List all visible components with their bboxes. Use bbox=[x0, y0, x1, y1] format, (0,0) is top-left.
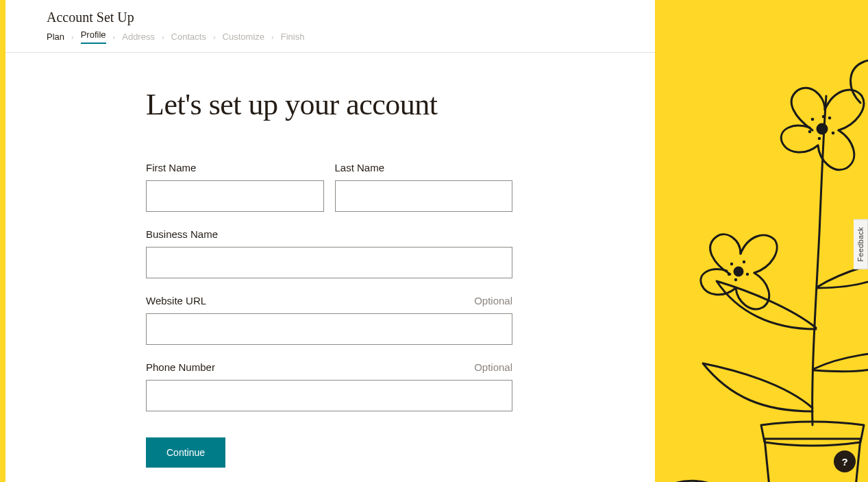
svg-point-12 bbox=[823, 116, 825, 118]
svg-point-11 bbox=[809, 131, 811, 133]
first-name-label: First Name bbox=[146, 162, 196, 173]
phone-number-input[interactable] bbox=[146, 380, 512, 411]
svg-point-5 bbox=[728, 274, 730, 275]
continue-button[interactable]: Continue bbox=[146, 437, 225, 468]
last-name-label: Last Name bbox=[335, 162, 385, 173]
svg-point-9 bbox=[832, 132, 834, 134]
breadcrumb-step-plan[interactable]: Plan bbox=[47, 32, 64, 42]
website-url-input[interactable] bbox=[146, 313, 512, 345]
profile-form: First Name Last Name Business Name bbox=[146, 162, 512, 468]
phone-number-optional: Optional bbox=[474, 361, 512, 373]
content: Let's set up your account First Name Las… bbox=[5, 53, 526, 468]
svg-point-7 bbox=[812, 119, 814, 121]
breadcrumb-step-profile[interactable]: Profile bbox=[81, 29, 106, 44]
breadcrumb: Plan › Profile › Address › Contacts › Cu… bbox=[47, 29, 655, 44]
page-title: Let's set up your account bbox=[146, 87, 526, 122]
chevron-right-icon: › bbox=[113, 33, 116, 41]
header: Account Set Up Plan › Profile › Address … bbox=[5, 0, 655, 53]
breadcrumb-step-contacts: Contacts bbox=[171, 32, 206, 42]
svg-point-1 bbox=[731, 263, 732, 265]
illustration-panel bbox=[655, 0, 868, 482]
svg-point-8 bbox=[829, 117, 831, 119]
breadcrumb-step-customize: Customize bbox=[223, 32, 264, 42]
phone-number-label: Phone Number bbox=[146, 361, 215, 373]
header-title: Account Set Up bbox=[47, 10, 655, 25]
svg-point-4 bbox=[735, 279, 736, 280]
website-url-optional: Optional bbox=[474, 295, 512, 306]
flower-illustration-icon bbox=[655, 27, 868, 482]
svg-point-0 bbox=[734, 267, 743, 276]
svg-point-10 bbox=[819, 138, 821, 140]
chevron-right-icon: › bbox=[71, 33, 74, 41]
business-name-input[interactable] bbox=[146, 247, 512, 278]
breadcrumb-step-finish: Finish bbox=[281, 32, 305, 42]
first-name-input[interactable] bbox=[146, 180, 324, 212]
website-url-label: Website URL bbox=[146, 295, 206, 306]
main-panel: Account Set Up Plan › Profile › Address … bbox=[5, 0, 655, 482]
chevron-right-icon: › bbox=[271, 33, 274, 41]
svg-point-2 bbox=[743, 261, 745, 263]
breadcrumb-step-address: Address bbox=[122, 32, 155, 42]
svg-point-6 bbox=[817, 124, 827, 134]
help-button[interactable]: ? bbox=[834, 450, 856, 472]
chevron-right-icon: › bbox=[213, 33, 216, 41]
last-name-input[interactable] bbox=[335, 180, 513, 212]
feedback-tab[interactable]: Feedback bbox=[854, 219, 868, 269]
svg-point-3 bbox=[747, 274, 748, 275]
chevron-right-icon: › bbox=[162, 33, 164, 41]
business-name-label: Business Name bbox=[146, 228, 218, 240]
